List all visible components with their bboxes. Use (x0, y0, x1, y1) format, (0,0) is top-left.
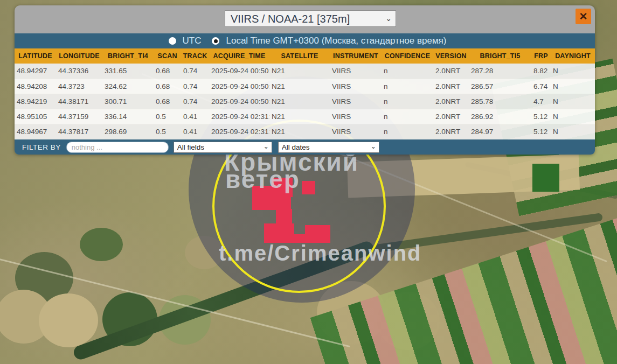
irrigation-pivot-field (39, 293, 98, 347)
col-header-bright_ti4: BRIGHT_TI4 (102, 48, 154, 64)
col-header-instrument: INSTRUMENT (330, 48, 382, 64)
cell-daynight: N (551, 64, 595, 79)
fire-detections-table: LATITUDELONGITUDEBRIGHT_TI4SCANTRACKACQU… (15, 48, 595, 139)
dataset-select[interactable]: VIIRS / NOAA-21 [375m] (225, 11, 396, 26)
cell-latitude: 48.94297 (15, 64, 56, 79)
cell-scan: 0.68 (154, 79, 181, 94)
timezone-toggle-bar: UTC Local Time GMT+0300 (Москва, стандар… (15, 33, 595, 48)
cell-confidence: n (382, 79, 433, 94)
table-row: 48.9496744.37817298.690.50.412025-09-24 … (15, 124, 595, 139)
dates-select[interactable]: All dates (279, 142, 379, 152)
cell-frp: 4.7 (531, 94, 551, 109)
cell-instrument: VIIRS (330, 109, 382, 124)
cell-longitude: 44.37336 (56, 64, 102, 79)
fields-select-wrapper: All fields (174, 142, 272, 153)
local-time-label[interactable]: Local Time GMT+0300 (Москва, стандартное… (226, 36, 446, 46)
cell-satellite: N21 (269, 64, 330, 79)
cell-longitude: 44.3723 (56, 79, 102, 94)
cell-instrument: VIIRS (330, 124, 382, 139)
cell-track: 0.74 (181, 79, 209, 94)
cell-bright_ti5: 286.92 (469, 109, 531, 124)
cell-longitude: 44.37159 (56, 109, 102, 124)
cell-frp: 5.12 (531, 109, 551, 124)
cell-satellite: N21 (269, 124, 330, 139)
cell-confidence: n (382, 124, 433, 139)
cell-version: 2.0NRT (433, 94, 469, 109)
crop-field (532, 164, 559, 192)
close-button[interactable]: ✕ (576, 9, 591, 24)
local-time-radio[interactable] (212, 37, 219, 45)
cell-bright_ti4: 298.69 (102, 124, 154, 139)
cell-longitude: 44.38171 (56, 94, 102, 109)
table-header: LATITUDELONGITUDEBRIGHT_TI4SCANTRACKACQU… (15, 48, 595, 64)
col-header-satellite: SATELLITE (269, 48, 330, 64)
col-header-daynight: DAYNIGHT (551, 48, 595, 64)
cell-bright_ti5: 287.28 (469, 64, 531, 79)
col-header-frp: FRP (531, 48, 551, 64)
col-header-longitude: LONGITUDE (56, 48, 102, 64)
cell-track: 0.41 (181, 109, 209, 124)
fire-data-panel: VIIRS / NOAA-21 [375m] ✕ UTC Local Time … (15, 5, 595, 155)
cell-daynight: N (551, 79, 595, 94)
cell-satellite: N21 (269, 94, 330, 109)
watermark-telegram-url: t.me/Crimeanwind (219, 241, 422, 265)
fields-select[interactable]: All fields (174, 142, 272, 152)
cell-bright_ti4: 336.14 (102, 109, 154, 124)
table-row: 48.9421944.38171300.710.680.742025-09-24… (15, 94, 595, 109)
cell-bright_ti5: 284.97 (469, 124, 531, 139)
table-row: 48.9420844.3723324.620.680.742025-09-24 … (15, 79, 595, 94)
utc-radio[interactable] (169, 37, 176, 45)
cell-latitude: 48.94219 (15, 94, 56, 109)
cell-bright_ti5: 286.57 (469, 79, 531, 94)
cell-bright_ti4: 324.62 (102, 79, 154, 94)
cell-confidence: n (382, 64, 433, 79)
utc-label[interactable]: UTC (183, 36, 202, 46)
cell-daynight: N (551, 109, 595, 124)
cell-confidence: n (382, 109, 433, 124)
dataset-select-wrapper: VIIRS / NOAA-21 [375m] (225, 10, 396, 27)
cell-bright_ti5: 285.78 (469, 94, 531, 109)
cell-bright_ti4: 331.65 (102, 64, 154, 79)
cell-acquire_time: 2025-09-24 00:50:00 (209, 79, 269, 94)
cell-latitude: 48.94208 (15, 79, 56, 94)
cell-longitude: 44.37817 (56, 124, 102, 139)
panel-title-bar: VIIRS / NOAA-21 [375m] ✕ (15, 5, 595, 33)
cell-scan: 0.5 (154, 109, 181, 124)
table-row: 48.9510544.37159336.140.50.412025-09-24 … (15, 109, 595, 124)
table-row: 48.9429744.37336331.650.680.742025-09-24… (15, 64, 595, 79)
filter-text-input[interactable] (66, 142, 169, 153)
cell-satellite: N21 (269, 79, 330, 94)
cell-version: 2.0NRT (433, 79, 469, 94)
cell-track: 0.41 (181, 124, 209, 139)
col-header-bright_ti5: BRIGHT_TI5 (469, 48, 531, 64)
cell-scan: 0.5 (154, 124, 181, 139)
col-header-acquire_time: ACQUIRE_TIME (209, 48, 269, 64)
filter-bar: FILTER BY All fields All dates (15, 139, 595, 155)
cell-frp: 8.82 (531, 64, 551, 79)
cell-version: 2.0NRT (433, 64, 469, 79)
irrigation-pivot-field (80, 228, 123, 261)
cell-acquire_time: 2025-09-24 00:50:00 (209, 94, 269, 109)
cell-instrument: VIIRS (330, 79, 382, 94)
col-header-scan: SCAN (154, 48, 181, 64)
cell-scan: 0.68 (154, 64, 181, 79)
col-header-confidence: CONFIDENCE (382, 48, 433, 64)
cell-acquire_time: 2025-09-24 02:31:00 (209, 109, 269, 124)
cell-frp: 5.12 (531, 124, 551, 139)
cell-version: 2.0NRT (433, 124, 469, 139)
cell-track: 0.74 (181, 94, 209, 109)
cell-track: 0.74 (181, 64, 209, 79)
cell-latitude: 48.94967 (15, 124, 56, 139)
fire-table-body: 48.9429744.37336331.650.680.742025-09-24… (15, 64, 595, 139)
cell-acquire_time: 2025-09-24 00:50:00 (209, 64, 269, 79)
cell-acquire_time: 2025-09-24 02:31:00 (209, 124, 269, 139)
cell-instrument: VIIRS (330, 64, 382, 79)
cell-frp: 6.74 (531, 79, 551, 94)
cell-satellite: N21 (269, 109, 330, 124)
cell-daynight: N (551, 124, 595, 139)
col-header-latitude: LATITUDE (15, 48, 56, 64)
cell-daynight: N (551, 94, 595, 109)
cell-confidence: n (382, 94, 433, 109)
cell-scan: 0.68 (154, 94, 181, 109)
col-header-track: TRACK (181, 48, 209, 64)
